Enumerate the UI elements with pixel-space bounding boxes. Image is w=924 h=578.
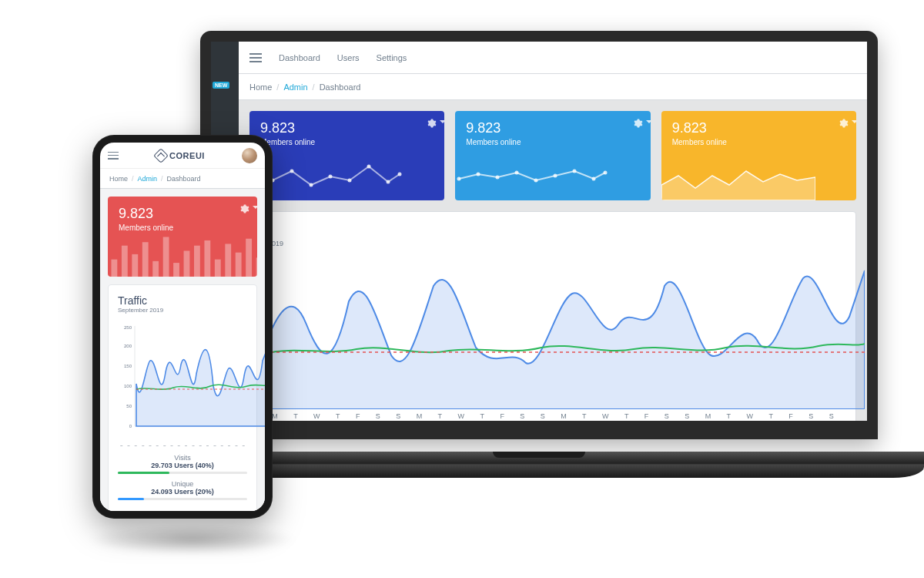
- sparkline-blue: [249, 157, 403, 200]
- svg-point-15: [573, 170, 577, 173]
- svg-rect-26: [184, 250, 190, 277]
- chevron-down-icon[interactable]: [253, 206, 257, 209]
- svg-rect-24: [163, 237, 169, 277]
- svg-text:150: 150: [124, 364, 132, 368]
- stat-value: 9.823: [260, 120, 434, 136]
- gear-icon[interactable]: [839, 119, 849, 128]
- phone-device: COREUI Home / Admin / Dashboard 9.823 Me…: [92, 135, 273, 519]
- stat-card-cyan: 9.823 Members online: [455, 111, 650, 200]
- stat-cards-row: 9.823 Members online 9.823: [249, 111, 856, 200]
- phone-screen: COREUI Home / Admin / Dashboard 9.823 Me…: [100, 143, 265, 511]
- svg-point-17: [604, 171, 608, 175]
- traffic-panel: c · 2019 MTWTFSSMTWTFSSMTWTFSSMTWTFSS: [249, 211, 856, 421]
- breadcrumb: Home / Admin / Dashboard: [100, 169, 265, 189]
- svg-text:100: 100: [124, 384, 132, 388]
- svg-point-14: [554, 174, 557, 178]
- stat-card-red: 9.823 Members online: [108, 197, 257, 277]
- stat-label: Members online: [466, 138, 639, 146]
- stat-label: Members online: [260, 138, 434, 146]
- svg-rect-22: [142, 242, 149, 277]
- gear-icon[interactable]: [634, 119, 643, 128]
- nav-settings[interactable]: Settings: [377, 53, 407, 62]
- svg-point-11: [496, 176, 500, 180]
- traffic-subtitle: · 2019: [264, 240, 842, 247]
- gear-icon[interactable]: [427, 119, 437, 128]
- stat-label: Members online: [119, 223, 246, 232]
- traffic-stat: Visits 29.703 Users (40%): [118, 454, 247, 474]
- sparkline-orange: [661, 157, 815, 200]
- stat-value: 9.823: [466, 120, 639, 136]
- chevron-down-icon[interactable]: [852, 120, 856, 123]
- svg-rect-19: [111, 260, 117, 277]
- svg-rect-33: [256, 257, 257, 277]
- svg-rect-32: [246, 239, 252, 277]
- nav-dashboard[interactable]: Dashboard: [279, 53, 320, 62]
- laptop-topbar: Dashboard Users Settings: [239, 42, 867, 74]
- svg-point-2: [290, 170, 294, 173]
- svg-point-13: [534, 179, 538, 183]
- breadcrumb-current: Dashboard: [320, 82, 361, 92]
- logo-icon: [153, 148, 169, 163]
- svg-rect-23: [152, 261, 159, 277]
- stat-value: 9.823: [672, 120, 845, 136]
- laptop-device: NEW Dashboard Users Settings Home / Admi…: [200, 31, 878, 478]
- svg-rect-20: [122, 246, 128, 277]
- traffic-stat-value: 24.093 Users (20%): [118, 488, 247, 496]
- svg-point-5: [348, 179, 352, 183]
- phone-topbar: COREUI: [100, 143, 265, 169]
- traffic-stat-value: 29.703 Users (40%): [118, 462, 247, 469]
- stat-card-blue: 9.823 Members online: [249, 111, 444, 200]
- brand-text: COREUI: [169, 151, 205, 160]
- traffic-stat: Unique 24.093 Users (20%): [118, 480, 247, 500]
- breadcrumb-admin[interactable]: Admin: [138, 175, 158, 183]
- new-badge: NEW: [213, 82, 229, 89]
- svg-point-9: [457, 177, 461, 181]
- svg-text:0: 0: [129, 424, 132, 428]
- traffic-stat-label: Unique: [118, 480, 247, 488]
- svg-rect-31: [236, 253, 242, 277]
- svg-text:200: 200: [124, 344, 132, 348]
- traffic-stats: Visits 29.703 Users (40%) Unique 24.093 …: [118, 454, 247, 500]
- stat-label: Members online: [672, 138, 845, 146]
- laptop-screen: NEW Dashboard Users Settings Home / Admi…: [200, 31, 878, 439]
- brand-logo: COREUI: [156, 150, 205, 161]
- sparkline-cyan: [455, 157, 609, 200]
- svg-point-16: [592, 177, 596, 181]
- traffic-x-axis: MTWTFSSMTWTFSSMTWTFSSMTWTFSS: [264, 409, 842, 420]
- traffic-chart-mobile: 050100 150200250: [118, 318, 265, 442]
- chevron-down-icon[interactable]: [440, 120, 444, 123]
- svg-point-12: [515, 171, 519, 175]
- traffic-title: Traffic: [118, 294, 247, 307]
- gear-icon[interactable]: [240, 204, 249, 213]
- breadcrumb-current: Dashboard: [167, 175, 201, 183]
- phone-shadow: [89, 524, 296, 555]
- svg-rect-28: [204, 240, 210, 277]
- stat-card-orange: 9.823 Members online: [661, 111, 856, 200]
- svg-text:50: 50: [126, 404, 132, 408]
- traffic-subtitle: September 2019: [118, 307, 247, 314]
- hamburger-menu-button[interactable]: [249, 53, 262, 62]
- svg-point-10: [477, 173, 480, 176]
- traffic-stat-label: Visits: [118, 454, 247, 462]
- nav-users[interactable]: Users: [337, 53, 360, 62]
- svg-point-6: [367, 165, 371, 169]
- svg-rect-30: [225, 244, 231, 277]
- breadcrumb-home[interactable]: Home: [249, 82, 272, 92]
- svg-rect-21: [132, 254, 138, 277]
- breadcrumb: Home / Admin / Dashboard: [239, 74, 867, 100]
- traffic-chart: [264, 255, 865, 409]
- svg-rect-27: [194, 246, 200, 277]
- chevron-down-icon[interactable]: [646, 120, 651, 123]
- svg-text:250: 250: [124, 325, 132, 330]
- hamburger-menu-button[interactable]: [108, 152, 119, 160]
- svg-rect-29: [215, 260, 221, 277]
- traffic-panel: Traffic September 2019 050100 150200250: [108, 284, 257, 511]
- avatar[interactable]: [242, 148, 257, 163]
- svg-rect-25: [173, 263, 179, 277]
- traffic-x-axis-mobile: ~~~~~~~~~~~~~~~~~~: [118, 442, 247, 448]
- svg-point-4: [329, 175, 333, 179]
- stat-value: 9.823: [119, 206, 246, 222]
- breadcrumb-home[interactable]: Home: [109, 175, 128, 183]
- breadcrumb-admin[interactable]: Admin: [283, 82, 307, 92]
- svg-point-8: [398, 173, 402, 176]
